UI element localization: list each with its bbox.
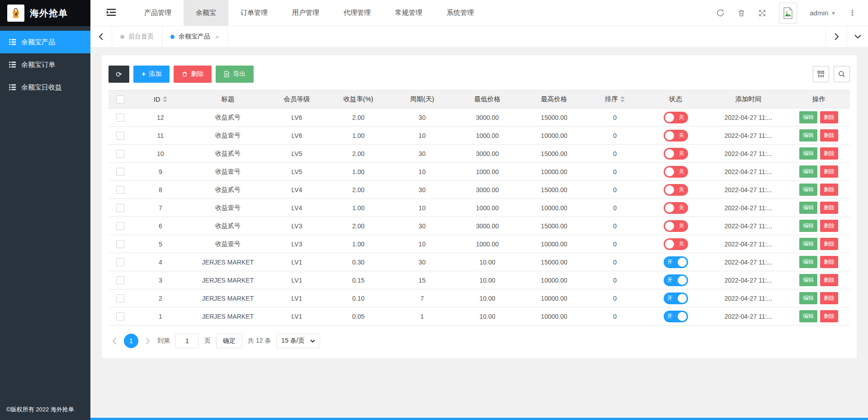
- edit-button[interactable]: 编辑: [799, 147, 817, 160]
- tab-0[interactable]: 后台首页: [112, 26, 162, 47]
- cell-rate: 0.30: [326, 253, 390, 271]
- goto-page-input[interactable]: [175, 334, 199, 348]
- nav-item-0[interactable]: 产品管理: [132, 0, 184, 26]
- edit-button[interactable]: 编辑: [799, 129, 817, 142]
- fullscreen-icon[interactable]: [758, 9, 766, 17]
- status-toggle[interactable]: 关: [664, 238, 688, 250]
- delete-button[interactable]: 删除: [820, 220, 838, 232]
- row-checkbox[interactable]: [116, 294, 124, 302]
- edit-button[interactable]: 编辑: [799, 111, 817, 123]
- edit-button[interactable]: 编辑: [799, 202, 817, 214]
- status-toggle[interactable]: 开: [664, 311, 688, 322]
- tab-1[interactable]: 余额宝产品×: [162, 26, 228, 47]
- status-toggle[interactable]: 关: [664, 166, 688, 178]
- row-checkbox[interactable]: [116, 150, 124, 158]
- batch-delete-button[interactable]: 删除: [174, 66, 212, 83]
- delete-button[interactable]: 删除: [820, 256, 838, 268]
- delete-button[interactable]: 删除: [820, 238, 838, 250]
- edit-button[interactable]: 编辑: [799, 274, 817, 286]
- row-checkbox[interactable]: [116, 276, 124, 284]
- user-menu[interactable]: admin ▼: [810, 9, 836, 17]
- row-checkbox[interactable]: [116, 240, 124, 248]
- edit-button[interactable]: 编辑: [799, 310, 817, 322]
- nav-item-2[interactable]: 订单管理: [228, 0, 280, 26]
- status-toggle[interactable]: 开: [664, 293, 688, 304]
- row-checkbox[interactable]: [116, 168, 124, 176]
- status-toggle[interactable]: 关: [664, 220, 688, 232]
- sort-icon[interactable]: [620, 96, 625, 102]
- add-button[interactable]: + 添加: [133, 66, 170, 83]
- delete-button[interactable]: 删除: [820, 147, 838, 160]
- status-toggle[interactable]: 关: [664, 112, 688, 123]
- cell-id: 10: [132, 145, 189, 163]
- goto-confirm-button[interactable]: 确定: [216, 334, 242, 348]
- nav-item-4[interactable]: 代理管理: [331, 0, 383, 26]
- status-toggle[interactable]: 关: [664, 184, 688, 196]
- trash-icon[interactable]: [737, 9, 745, 17]
- edit-button[interactable]: 编辑: [799, 220, 817, 232]
- logo-bag-icon: [7, 5, 24, 22]
- nav-item-6[interactable]: 系统管理: [434, 0, 486, 26]
- cell-title: JERJES MARKET: [189, 271, 267, 289]
- nav-item-1[interactable]: 余额宝: [184, 0, 228, 26]
- row-checkbox[interactable]: [116, 222, 124, 230]
- delete-button[interactable]: 删除: [820, 184, 838, 196]
- status-toggle[interactable]: 开: [664, 274, 688, 286]
- row-checkbox[interactable]: [116, 312, 124, 321]
- row-checkbox[interactable]: [116, 113, 124, 122]
- tabs-scroll-right-button[interactable]: [826, 26, 847, 47]
- column-header[interactable]: 排序: [587, 90, 642, 109]
- search-button[interactable]: [834, 66, 850, 82]
- edit-button[interactable]: 编辑: [799, 184, 817, 196]
- nav-item-3[interactable]: 用户管理: [280, 0, 331, 26]
- status-toggle[interactable]: 关: [664, 148, 688, 160]
- sidebar-item-2[interactable]: 余额宝日收益: [0, 76, 90, 99]
- tabs-menu-button[interactable]: [847, 26, 868, 47]
- status-toggle[interactable]: 开: [664, 256, 688, 268]
- delete-button[interactable]: 删除: [820, 202, 838, 214]
- tabs-scroll-left-button[interactable]: [90, 26, 112, 47]
- content-area: ⟳ + 添加 删除: [90, 47, 868, 420]
- sidebar-item-1[interactable]: 余额宝订单: [0, 53, 90, 76]
- column-header: 标题: [189, 90, 267, 109]
- export-button[interactable]: 导出: [216, 66, 254, 83]
- column-header[interactable]: ID: [132, 90, 189, 109]
- prev-page-button[interactable]: [110, 338, 118, 344]
- horizontal-scrollbar-thumb[interactable]: [90, 418, 868, 420]
- avatar[interactable]: [779, 3, 797, 24]
- cell-time: 2022-04-27 11:...: [709, 145, 788, 163]
- table-row: 11收益壹号LV61.00101000.0010000.000关2022-04-…: [108, 127, 850, 145]
- refresh-table-button[interactable]: ⟳: [108, 66, 129, 83]
- page-number-button[interactable]: 1: [124, 334, 138, 348]
- status-toggle[interactable]: 关: [664, 130, 688, 142]
- delete-button[interactable]: 删除: [820, 129, 838, 142]
- edit-button[interactable]: 编辑: [799, 238, 817, 250]
- edit-button[interactable]: 编辑: [799, 292, 817, 304]
- cell-status: 关: [642, 145, 709, 163]
- row-checkbox[interactable]: [116, 204, 124, 212]
- edit-button[interactable]: 编辑: [799, 256, 817, 268]
- delete-button[interactable]: 删除: [820, 274, 838, 286]
- row-checkbox[interactable]: [116, 132, 124, 140]
- row-checkbox[interactable]: [116, 186, 124, 194]
- next-page-button[interactable]: [144, 338, 152, 344]
- column-filter-button[interactable]: [813, 66, 829, 82]
- refresh-icon[interactable]: [716, 9, 725, 17]
- delete-button[interactable]: 删除: [820, 310, 838, 322]
- row-checkbox[interactable]: [116, 258, 124, 266]
- nav-item-5[interactable]: 常规管理: [383, 0, 434, 26]
- cell-id: 1: [132, 307, 189, 326]
- delete-button[interactable]: 删除: [820, 292, 838, 304]
- delete-button[interactable]: 删除: [820, 165, 838, 178]
- delete-button[interactable]: 删除: [820, 111, 838, 123]
- tab-close-icon[interactable]: ×: [215, 33, 219, 41]
- more-options-icon[interactable]: ⋮: [849, 8, 856, 18]
- sort-icon[interactable]: [163, 96, 167, 102]
- status-toggle[interactable]: 关: [664, 202, 688, 214]
- select-all-checkbox[interactable]: [116, 95, 124, 104]
- collapse-sidebar-icon: [107, 9, 116, 18]
- sidebar-item-0[interactable]: 余额宝产品: [0, 31, 90, 53]
- collapse-sidebar-button[interactable]: [90, 0, 132, 26]
- page-size-select[interactable]: 15 条/页: [276, 334, 320, 348]
- edit-button[interactable]: 编辑: [799, 165, 817, 178]
